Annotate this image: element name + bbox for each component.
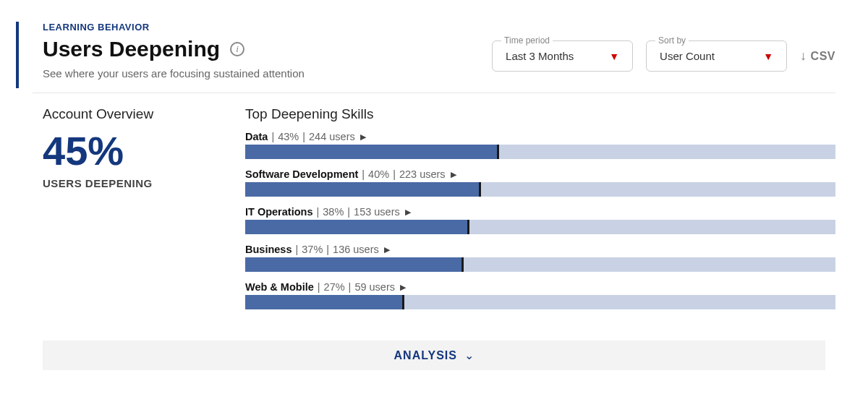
skill-bar xyxy=(245,220,835,234)
skill-bar-fill xyxy=(245,220,469,234)
skill-row: Software Development | 40% | 223 users ▶ xyxy=(245,168,835,197)
chevron-down-icon: ⌄ xyxy=(464,349,474,361)
skill-name: Web & Mobile xyxy=(245,281,314,293)
csv-label: CSV xyxy=(811,50,835,63)
overview-label: USERS DEEPENING xyxy=(43,177,216,189)
chevron-right-icon: ▶ xyxy=(405,207,411,217)
time-period-value: Last 3 Months xyxy=(506,50,574,62)
chevron-down-icon: ▼ xyxy=(609,51,619,62)
header-row: LEARNING BEHAVIOR Users Deepening i See … xyxy=(33,22,835,93)
skill-label[interactable]: Business | 37% | 136 users ▶ xyxy=(245,244,835,255)
skill-bar xyxy=(245,182,835,197)
page-title: Users Deepening xyxy=(43,37,220,61)
skill-name: Business xyxy=(245,244,292,255)
download-csv-button[interactable]: ↓ CSV xyxy=(800,48,835,64)
skill-name: Data xyxy=(245,131,268,142)
skill-users: 59 users xyxy=(354,281,395,293)
time-period-label: Time period xyxy=(501,35,553,46)
skill-row: Web & Mobile | 27% | 59 users ▶ xyxy=(245,281,835,309)
overview-percent: 45% xyxy=(43,131,216,171)
account-overview-panel: Account Overview 45% USERS DEEPENING xyxy=(43,106,216,319)
skill-bar-fill xyxy=(245,182,481,197)
skill-row: Data | 43% | 244 users ▶ xyxy=(245,131,835,159)
skill-label[interactable]: Software Development | 40% | 223 users ▶ xyxy=(245,168,835,180)
chevron-down-icon: ▼ xyxy=(763,51,773,62)
eyebrow-label: LEARNING BEHAVIOR xyxy=(43,22,305,33)
skill-label[interactable]: Web & Mobile | 27% | 59 users ▶ xyxy=(245,281,835,293)
download-icon: ↓ xyxy=(800,48,807,64)
skill-label[interactable]: Data | 43% | 244 users ▶ xyxy=(245,131,835,142)
skill-percent: 37% xyxy=(302,244,323,255)
info-icon[interactable]: i xyxy=(230,42,244,56)
skill-row: IT Operations | 38% | 153 users ▶ xyxy=(245,206,835,234)
page-subtitle: See where your users are focusing sustai… xyxy=(43,67,305,80)
top-skills-panel: Top Deepening Skills Data | 43% | 244 us… xyxy=(245,106,835,319)
skill-users: 223 users xyxy=(399,168,446,180)
skill-label[interactable]: IT Operations | 38% | 153 users ▶ xyxy=(245,206,835,218)
header-accent xyxy=(16,22,19,88)
sort-by-select[interactable]: Sort by User Count ▼ xyxy=(646,40,787,72)
analysis-label: ANALYSIS xyxy=(394,349,457,361)
skills-section-title: Top Deepening Skills xyxy=(245,106,835,122)
skill-users: 153 users xyxy=(354,206,400,218)
skill-bar xyxy=(245,295,835,309)
skill-bar xyxy=(245,257,835,272)
time-period-select[interactable]: Time period Last 3 Months ▼ xyxy=(492,40,633,72)
chevron-right-icon: ▶ xyxy=(360,132,366,142)
header-controls: Time period Last 3 Months ▼ Sort by User… xyxy=(492,22,835,72)
overview-section-title: Account Overview xyxy=(43,106,216,122)
skill-users: 244 users xyxy=(309,131,355,142)
skill-percent: 38% xyxy=(323,206,344,218)
chevron-right-icon: ▶ xyxy=(451,170,456,179)
sort-by-value: User Count xyxy=(660,50,715,62)
analysis-toggle[interactable]: ANALYSIS ⌄ xyxy=(43,340,825,370)
skill-bar-fill xyxy=(245,257,464,272)
sort-by-label: Sort by xyxy=(655,35,689,46)
chevron-right-icon: ▶ xyxy=(400,283,406,292)
skill-percent: 43% xyxy=(278,131,299,142)
skill-name: Software Development xyxy=(245,168,358,180)
skill-users: 136 users xyxy=(333,244,379,255)
skill-percent: 40% xyxy=(368,168,389,180)
chevron-right-icon: ▶ xyxy=(384,245,390,254)
skill-bar xyxy=(245,145,835,159)
skill-name: IT Operations xyxy=(245,206,312,218)
skill-row: Business | 37% | 136 users ▶ xyxy=(245,244,835,272)
skill-bar-fill xyxy=(245,295,404,309)
skill-percent: 27% xyxy=(324,281,345,293)
header-left: LEARNING BEHAVIOR Users Deepening i See … xyxy=(33,22,305,80)
skill-bar-fill xyxy=(245,145,499,159)
